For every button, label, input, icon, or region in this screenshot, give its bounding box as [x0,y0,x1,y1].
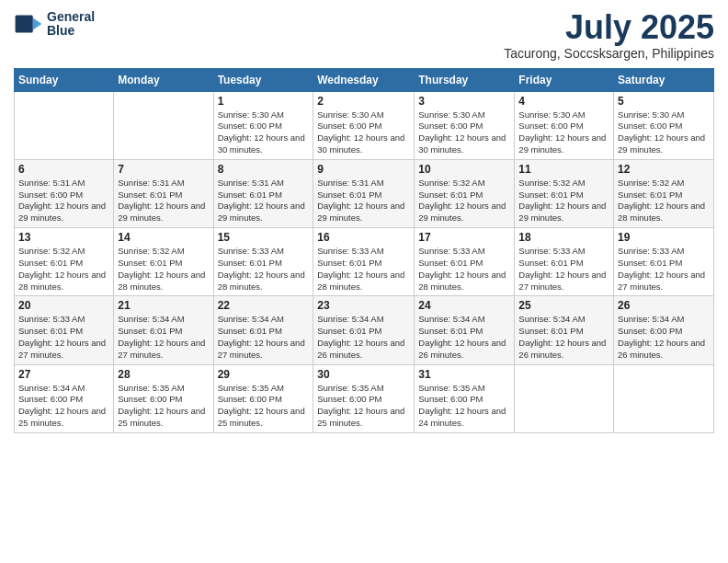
calendar-cell: 27Sunrise: 5:34 AMSunset: 6:00 PMDayligh… [15,364,114,432]
day-number: 1 [218,95,310,108]
day-number: 22 [218,299,310,312]
day-info: Sunrise: 5:32 AMSunset: 6:01 PMDaylight:… [418,178,510,224]
day-info: Sunrise: 5:33 AMSunset: 6:01 PMDaylight:… [18,314,109,361]
day-info: Sunrise: 5:35 AMSunset: 6:00 PMDaylight:… [218,383,310,430]
calendar-cell: 10Sunrise: 5:32 AMSunset: 6:01 PMDayligh… [415,159,515,227]
month-title: July 2025 [504,9,714,46]
calendar-cell: 25Sunrise: 5:34 AMSunset: 6:01 PMDayligh… [515,296,614,364]
day-number: 5 [618,95,710,108]
day-number: 7 [118,163,209,176]
calendar-cell: 18Sunrise: 5:33 AMSunset: 6:01 PMDayligh… [515,228,614,296]
day-info: Sunrise: 5:33 AMSunset: 6:01 PMDaylight:… [618,246,710,293]
calendar-cell: 9Sunrise: 5:31 AMSunset: 6:01 PMDaylight… [313,159,415,227]
day-info: Sunrise: 5:30 AMSunset: 6:00 PMDaylight:… [418,109,510,156]
calendar-cell: 14Sunrise: 5:32 AMSunset: 6:01 PMDayligh… [114,228,213,296]
day-number: 25 [518,299,609,312]
day-number: 6 [18,163,109,176]
calendar-cell: 16Sunrise: 5:33 AMSunset: 6:01 PMDayligh… [313,228,415,296]
day-number: 16 [317,231,410,244]
calendar-week-row: 6Sunrise: 5:31 AMSunset: 6:00 PMDaylight… [15,159,714,227]
logo: General Blue [14,9,95,39]
day-of-week-header: Saturday [614,68,714,91]
day-number: 18 [518,231,609,244]
day-info: Sunrise: 5:34 AMSunset: 6:01 PMDaylight:… [418,314,510,361]
day-info: Sunrise: 5:32 AMSunset: 6:01 PMDaylight:… [118,246,209,293]
day-of-week-header: Wednesday [313,68,415,91]
day-number: 26 [618,299,710,312]
day-number: 3 [418,95,510,108]
day-info: Sunrise: 5:33 AMSunset: 6:01 PMDaylight:… [218,246,310,293]
day-info: Sunrise: 5:34 AMSunset: 6:01 PMDaylight:… [518,314,609,361]
day-info: Sunrise: 5:31 AMSunset: 6:01 PMDaylight:… [118,178,209,224]
day-of-week-header: Tuesday [213,68,313,91]
day-info: Sunrise: 5:33 AMSunset: 6:01 PMDaylight:… [518,246,609,293]
logo-icon [14,9,43,39]
day-number: 21 [118,299,209,312]
day-info: Sunrise: 5:33 AMSunset: 6:01 PMDaylight:… [418,246,510,293]
day-number: 12 [618,163,710,176]
day-info: Sunrise: 5:35 AMSunset: 6:00 PMDaylight:… [418,383,510,430]
calendar-cell: 26Sunrise: 5:34 AMSunset: 6:00 PMDayligh… [614,296,714,364]
calendar-cell: 23Sunrise: 5:34 AMSunset: 6:01 PMDayligh… [313,296,415,364]
day-number: 15 [218,231,310,244]
day-info: Sunrise: 5:35 AMSunset: 6:00 PMDaylight:… [317,383,410,430]
day-info: Sunrise: 5:30 AMSunset: 6:00 PMDaylight:… [518,109,609,156]
day-number: 9 [317,163,410,176]
day-info: Sunrise: 5:34 AMSunset: 6:01 PMDaylight:… [317,314,410,361]
calendar-cell [114,91,213,159]
day-info: Sunrise: 5:30 AMSunset: 6:00 PMDaylight:… [317,109,410,156]
calendar-cell: 21Sunrise: 5:34 AMSunset: 6:01 PMDayligh… [114,296,213,364]
calendar-week-row: 1Sunrise: 5:30 AMSunset: 6:00 PMDaylight… [15,91,714,159]
calendar-cell: 28Sunrise: 5:35 AMSunset: 6:00 PMDayligh… [114,364,213,432]
calendar-week-row: 27Sunrise: 5:34 AMSunset: 6:00 PMDayligh… [15,364,714,432]
day-number: 10 [418,163,510,176]
day-info: Sunrise: 5:31 AMSunset: 6:00 PMDaylight:… [18,178,109,224]
day-number: 11 [518,163,609,176]
calendar-cell: 22Sunrise: 5:34 AMSunset: 6:01 PMDayligh… [213,296,313,364]
title-block: July 2025 Tacurong, Soccsksargen, Philip… [504,9,714,61]
day-number: 24 [418,299,510,312]
calendar-header-row: SundayMondayTuesdayWednesdayThursdayFrid… [15,68,714,91]
calendar-cell: 20Sunrise: 5:33 AMSunset: 6:01 PMDayligh… [15,296,114,364]
calendar-week-row: 20Sunrise: 5:33 AMSunset: 6:01 PMDayligh… [15,296,714,364]
calendar-cell: 29Sunrise: 5:35 AMSunset: 6:00 PMDayligh… [213,364,313,432]
day-number: 29 [218,368,310,381]
calendar-cell: 19Sunrise: 5:33 AMSunset: 6:01 PMDayligh… [614,228,714,296]
location: Tacurong, Soccsksargen, Philippines [504,46,714,61]
day-number: 27 [18,368,109,381]
calendar-cell: 31Sunrise: 5:35 AMSunset: 6:00 PMDayligh… [415,364,515,432]
calendar-cell [515,364,614,432]
day-number: 14 [118,231,209,244]
calendar-cell: 4Sunrise: 5:30 AMSunset: 6:00 PMDaylight… [515,91,614,159]
day-number: 17 [418,231,510,244]
day-info: Sunrise: 5:32 AMSunset: 6:01 PMDaylight:… [18,246,109,293]
day-info: Sunrise: 5:33 AMSunset: 6:01 PMDaylight:… [317,246,410,293]
calendar-table: SundayMondayTuesdayWednesdayThursdayFrid… [14,68,714,433]
calendar-cell: 30Sunrise: 5:35 AMSunset: 6:00 PMDayligh… [313,364,415,432]
calendar-cell: 3Sunrise: 5:30 AMSunset: 6:00 PMDaylight… [415,91,515,159]
day-info: Sunrise: 5:31 AMSunset: 6:01 PMDaylight:… [317,178,410,224]
calendar-cell: 17Sunrise: 5:33 AMSunset: 6:01 PMDayligh… [415,228,515,296]
day-info: Sunrise: 5:30 AMSunset: 6:00 PMDaylight:… [618,109,710,156]
day-of-week-header: Thursday [415,68,515,91]
svg-marker-1 [33,18,42,30]
day-number: 13 [18,231,109,244]
calendar-cell: 1Sunrise: 5:30 AMSunset: 6:00 PMDaylight… [213,91,313,159]
calendar-cell: 12Sunrise: 5:32 AMSunset: 6:01 PMDayligh… [614,159,714,227]
calendar-cell: 8Sunrise: 5:31 AMSunset: 6:01 PMDaylight… [213,159,313,227]
calendar-week-row: 13Sunrise: 5:32 AMSunset: 6:01 PMDayligh… [15,228,714,296]
day-of-week-header: Monday [114,68,213,91]
day-number: 31 [418,368,510,381]
calendar-cell: 13Sunrise: 5:32 AMSunset: 6:01 PMDayligh… [15,228,114,296]
day-info: Sunrise: 5:34 AMSunset: 6:01 PMDaylight:… [118,314,209,361]
day-number: 30 [317,368,410,381]
calendar-cell: 7Sunrise: 5:31 AMSunset: 6:01 PMDaylight… [114,159,213,227]
day-info: Sunrise: 5:32 AMSunset: 6:01 PMDaylight:… [618,178,710,224]
day-info: Sunrise: 5:34 AMSunset: 6:00 PMDaylight:… [618,314,710,361]
calendar-cell: 2Sunrise: 5:30 AMSunset: 6:00 PMDaylight… [313,91,415,159]
day-number: 20 [18,299,109,312]
day-info: Sunrise: 5:34 AMSunset: 6:01 PMDaylight:… [218,314,310,361]
day-info: Sunrise: 5:30 AMSunset: 6:00 PMDaylight:… [218,109,310,156]
calendar-cell: 6Sunrise: 5:31 AMSunset: 6:00 PMDaylight… [15,159,114,227]
calendar-cell: 24Sunrise: 5:34 AMSunset: 6:01 PMDayligh… [415,296,515,364]
